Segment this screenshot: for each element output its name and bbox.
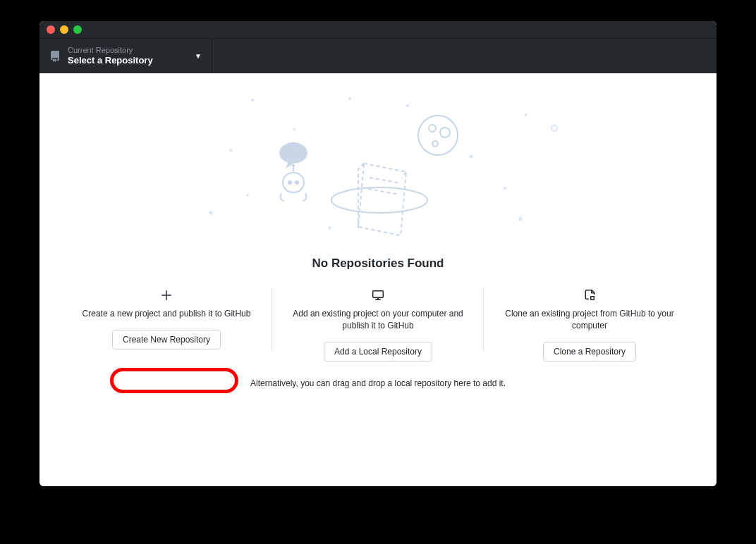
window-minimize-button[interactable] [60,25,68,34]
clone-repository-button[interactable]: Clone a Repository [543,342,636,361]
add-local-repository-button[interactable]: Add a Local Repository [324,342,432,361]
app-window: Current Repository Select a Repository ▼ [39,21,717,486]
svg-point-7 [288,180,292,185]
svg-rect-6 [283,173,304,192]
chevron-down-icon: ▼ [195,52,202,60]
repo-selector-text: Current Repository Select a Repository [68,46,195,66]
svg-point-3 [246,194,249,197]
svg-line-15 [370,178,401,183]
titlebar [39,21,717,38]
window-close-button[interactable] [47,25,55,34]
toolbar: Current Repository Select a Repository ▼ [39,38,717,73]
options-row: Create a new project and publish it to G… [39,288,717,361]
option-add-description: Add an existing project on your computer… [286,308,470,332]
svg-point-8 [295,180,299,185]
svg-line-16 [368,189,399,194]
option-create-new: Create a new project and publish it to G… [61,288,272,361]
repo-selector-name: Select a Repository [68,55,195,66]
content-area: ? [39,73,717,486]
repository-selector[interactable]: Current Repository Select a Repository ▼ [39,39,212,73]
option-clone-description: Clone an existing project from GitHub to… [498,308,681,332]
plus-icon [75,288,258,302]
repo-selector-label: Current Repository [68,46,195,55]
svg-point-13 [440,128,450,137]
svg-point-12 [429,125,436,132]
repo-icon [49,51,61,62]
svg-point-14 [432,141,438,147]
svg-point-0 [348,97,351,100]
option-clone: Clone an existing project from GitHub to… [484,288,695,361]
svg-point-17 [331,187,427,213]
desktop-icon [286,288,470,302]
option-add-local: Add an existing project on your computer… [272,288,484,361]
blankslate-illustration: ? [39,73,717,253]
svg-point-11 [418,116,458,155]
alternative-text: Alternatively, you can drag and drop a l… [39,378,717,388]
svg-text:?: ? [290,147,297,159]
blankslate-title: No Repositories Found [39,256,717,271]
svg-point-2 [504,187,506,190]
repo-clone-icon [498,288,681,302]
option-create-description: Create a new project and publish it to G… [75,308,258,320]
svg-point-1 [551,125,557,131]
create-new-repository-button[interactable]: Create New Repository [112,330,221,350]
svg-point-10 [292,164,295,167]
window-maximize-button[interactable] [73,25,82,34]
